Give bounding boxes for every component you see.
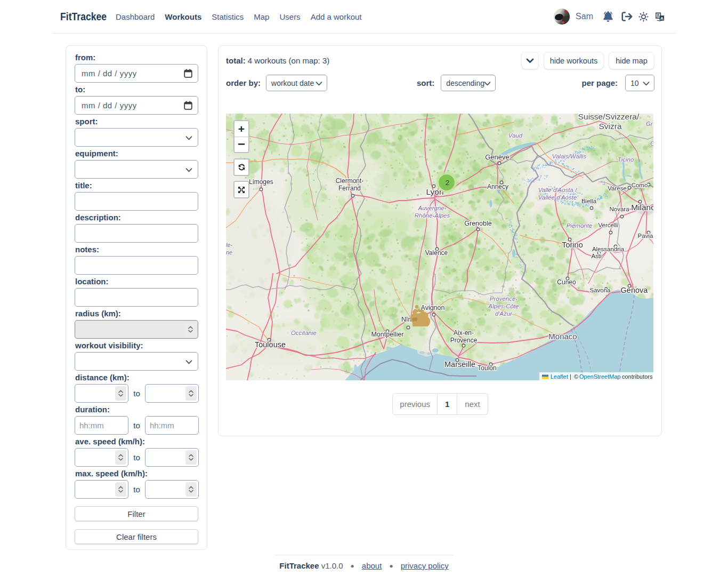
svg-text:Varese: Varese [608, 185, 627, 191]
svg-text:ne: ne [226, 249, 232, 255]
svg-text:Biella: Biella [581, 198, 597, 204]
svg-text:Aix-en-: Aix-en- [454, 329, 474, 337]
svg-text:Gr: Gr [646, 121, 653, 127]
svg-text:Provence: Provence [450, 337, 478, 344]
svg-text:Genève: Genève [485, 153, 509, 161]
svg-text:Valence: Valence [425, 249, 448, 257]
svg-text:Ticino: Ticino [618, 156, 634, 163]
svg-text:2: 2 [446, 179, 450, 187]
svg-text:Valle d'Aosta /: Valle d'Aosta / [538, 187, 578, 193]
svg-text:Auvergne-: Auvergne- [417, 205, 446, 211]
svg-text:Novara: Novara [609, 206, 629, 212]
svg-text:Pavia: Pavia [638, 233, 653, 239]
svg-text:Suisse/Svizzera/: Suisse/Svizzera/ [578, 114, 640, 121]
svg-text:Torino: Torino [562, 241, 583, 249]
svg-text:Vercelli: Vercelli [598, 222, 618, 228]
svg-text:Svizra: Svizra [598, 122, 621, 131]
svg-text:Milano: Milano [631, 203, 653, 212]
svg-text:d'Azur: d'Azur [495, 310, 513, 317]
svg-text:G: G [650, 140, 653, 147]
svg-text:Rhône-Alpes: Rhône-Alpes [415, 212, 450, 219]
svg-text:Alessandria: Alessandria [592, 246, 625, 252]
svg-text:Leaflet: Leaflet [551, 373, 568, 380]
svg-text:©: © [574, 373, 578, 380]
svg-text:Vaud: Vaud [508, 132, 523, 139]
svg-text:Vallée d'Aoste: Vallée d'Aoste [538, 194, 577, 201]
svg-text:Piemonte: Piemonte [567, 222, 593, 229]
svg-text:Clermont-: Clermont- [336, 177, 364, 185]
svg-text:Limoges: Limoges [249, 178, 273, 186]
svg-text:contributors: contributors [622, 373, 653, 380]
svg-text:Provence-: Provence- [490, 296, 518, 302]
svg-text:Como: Como [632, 182, 648, 188]
svg-text:Marseille: Marseille [444, 360, 475, 369]
svg-text:Ferrand: Ferrand [338, 185, 361, 192]
svg-text:le-: le- [226, 242, 233, 248]
svg-text:Monaco: Monaco [548, 332, 577, 341]
svg-text:Annecy: Annecy [487, 183, 508, 190]
svg-text:Cuneo: Cuneo [557, 278, 576, 286]
svg-text:Grenoble: Grenoble [464, 220, 491, 227]
svg-text:Alpes-Côte: Alpes-Côte [488, 303, 519, 309]
svg-text:Avignon: Avignon [421, 304, 445, 312]
svg-text:OpenStreetMap: OpenStreetMap [579, 373, 621, 380]
svg-text:Toulon: Toulon [478, 364, 496, 372]
svg-text:Savona: Savona [589, 287, 611, 293]
svg-text:Occitanie: Occitanie [291, 330, 317, 336]
svg-text:Asti: Asti [591, 253, 601, 259]
svg-text:Valais/Wallis: Valais/Wallis [552, 153, 587, 159]
svg-text:Toulouse: Toulouse [255, 340, 286, 349]
svg-text:|: | [570, 373, 571, 380]
svg-text:Montpellier: Montpellier [371, 331, 403, 338]
svg-text:Genova: Genova [621, 286, 649, 294]
